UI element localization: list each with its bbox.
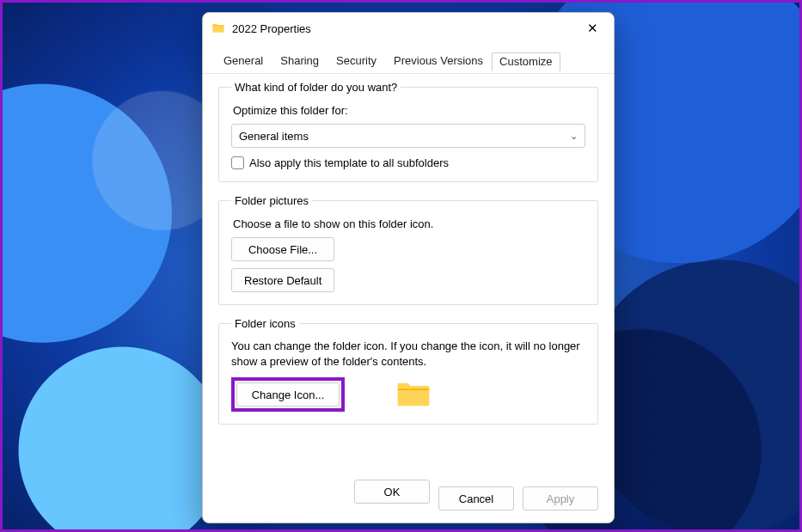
tab-sharing[interactable]: Sharing: [272, 49, 328, 73]
group-folder-kind: What kind of folder do you want? Optimiz…: [218, 81, 598, 182]
tab-strip: General Sharing Security Previous Versio…: [203, 44, 614, 74]
apply-subfolders-label: Also apply this template to all subfolde…: [249, 156, 449, 169]
folder-pictures-desc: Choose a file to show on this folder ico…: [233, 217, 585, 230]
dialog-footer: OK Cancel Apply: [203, 469, 614, 523]
change-icon-highlight: Change Icon...: [231, 377, 345, 412]
apply-subfolders-row[interactable]: Also apply this template to all subfolde…: [231, 156, 585, 169]
folder-icon: [211, 21, 225, 35]
choose-file-button[interactable]: Choose File...: [231, 237, 334, 261]
folder-icons-desc: You can change the folder icon. If you c…: [231, 339, 585, 369]
optimize-dropdown[interactable]: General items ⌄: [231, 124, 585, 148]
apply-subfolders-checkbox[interactable]: [231, 156, 244, 169]
titlebar: 2022 Properties ✕: [203, 13, 614, 44]
group-folder-pictures: Folder pictures Choose a file to show on…: [218, 194, 598, 305]
apply-button[interactable]: Apply: [523, 486, 598, 511]
group-folder-icons-legend: Folder icons: [231, 317, 299, 330]
tab-general[interactable]: General: [215, 49, 272, 73]
optimize-label: Optimize this folder for:: [233, 104, 585, 117]
properties-dialog: 2022 Properties ✕ General Sharing Securi…: [202, 12, 615, 523]
customize-pane: What kind of folder do you want? Optimiz…: [203, 74, 614, 469]
close-icon[interactable]: ✕: [580, 17, 605, 40]
window-title: 2022 Properties: [232, 22, 580, 35]
chevron-down-icon: ⌄: [570, 131, 578, 142]
folder-preview-icon: [396, 380, 431, 409]
group-folder-kind-legend: What kind of folder do you want?: [231, 81, 401, 94]
group-folder-icons: Folder icons You can change the folder i…: [218, 317, 598, 425]
cancel-button[interactable]: Cancel: [438, 486, 514, 511]
optimize-selected-value: General items: [239, 130, 309, 143]
restore-default-button[interactable]: Restore Default: [231, 268, 334, 292]
group-folder-pictures-legend: Folder pictures: [231, 194, 312, 207]
tab-security[interactable]: Security: [328, 49, 385, 73]
change-icon-button[interactable]: Change Icon...: [236, 382, 340, 407]
tab-previous-versions[interactable]: Previous Versions: [385, 49, 492, 73]
tab-customize[interactable]: Customize: [492, 52, 560, 71]
ok-button[interactable]: OK: [354, 480, 430, 504]
